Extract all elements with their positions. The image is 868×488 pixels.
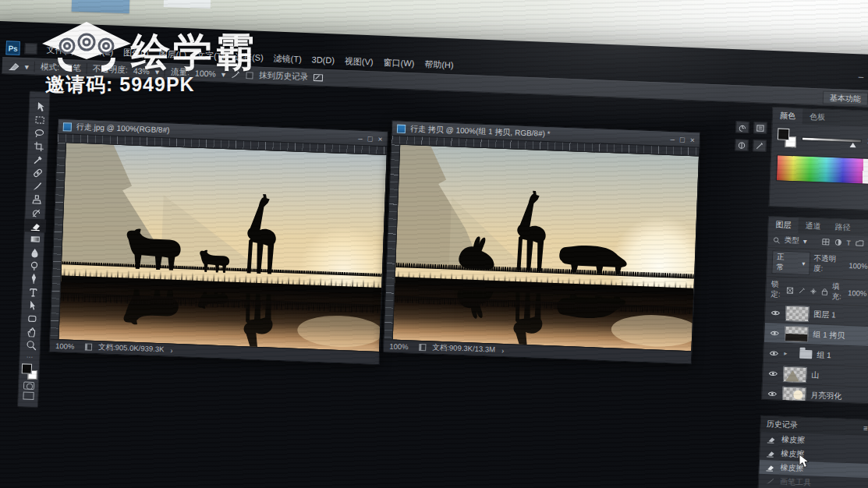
doc2-status-chevron-icon[interactable]: › [501, 346, 505, 355]
layer-name[interactable]: 组 1 拷贝 [813, 329, 845, 341]
layer-thumbnail[interactable] [785, 325, 809, 341]
tool-gradient-icon[interactable] [24, 232, 46, 246]
screen-mode-icon[interactable] [23, 391, 34, 400]
document-window-1: 行走.jpg @ 100%(RGB/8#) – □ × [49, 118, 388, 365]
doc1-minimize-icon[interactable]: – [358, 133, 363, 142]
tool-lasso-icon[interactable] [28, 126, 50, 140]
tool-clone-stamp-icon[interactable] [26, 192, 48, 206]
doc1-save-status-icon [85, 343, 92, 350]
doc1-close-icon[interactable]: × [377, 134, 382, 143]
history-step-label: 橡皮擦 [781, 434, 806, 446]
brush-panel-icon[interactable] [314, 72, 324, 82]
watermark-brand: 绘学霸 [131, 27, 257, 79]
layer-name[interactable]: 组 1 [817, 349, 831, 361]
history-step-label: 画笔工具 [780, 476, 812, 488]
visibility-eye-icon[interactable] [769, 330, 780, 337]
layer-name[interactable]: 图层 1 [813, 309, 836, 320]
visibility-eye-icon[interactable] [767, 391, 778, 398]
doc1-canvas[interactable] [58, 143, 386, 352]
layer-filter-dropdown-icon[interactable]: ▾ [803, 237, 807, 246]
blend-mode-select[interactable]: 正常 ▾ [771, 250, 810, 275]
doc2-minimize-icon[interactable]: – [670, 135, 675, 143]
doc2-canvas[interactable] [393, 145, 699, 352]
doc2-close-icon[interactable]: × [690, 136, 695, 144]
collapsed-adjustments-panel-icon[interactable] [735, 139, 749, 151]
tab-paths[interactable]: 路径 [827, 219, 858, 235]
color-panel-swatches[interactable] [778, 128, 797, 147]
visibility-eye-icon[interactable] [770, 309, 781, 316]
toolbar-more-icon[interactable]: … [19, 351, 39, 361]
fill-value[interactable]: 100% [848, 288, 867, 297]
tab-color[interactable]: 颜色 [773, 108, 803, 124]
layer-name[interactable]: 山 [811, 370, 820, 380]
layer-thumbnail[interactable] [783, 366, 807, 382]
layer-filter-type-label[interactable]: 类型 [785, 235, 799, 246]
layers-opacity-label: 不透明度: [813, 253, 845, 275]
doc1-file-size: 文档:905.0K/939.3K [98, 342, 165, 355]
visibility-eye-icon[interactable] [767, 370, 778, 377]
app-minimize-icon[interactable]: – [855, 71, 868, 83]
menu-filter[interactable]: 滤镜(T) [273, 52, 302, 65]
history-panel-menu-icon[interactable]: ≡ [863, 423, 868, 432]
tool-history-brush-icon[interactable] [25, 205, 47, 219]
color-panel: 颜色 色板 100 [769, 107, 868, 211]
layers-opacity-value[interactable]: 100% [849, 260, 868, 270]
layer-name[interactable]: 月亮羽化 [810, 390, 842, 402]
menu-3d[interactable]: 3D(D) [311, 55, 335, 65]
layer-thumbnail[interactable] [782, 386, 806, 402]
doc1-status-chevron-icon[interactable]: › [170, 346, 173, 355]
quick-mask-icon[interactable] [23, 381, 34, 390]
tool-eyedropper-icon[interactable] [27, 152, 49, 166]
menu-window[interactable]: 窗口(W) [383, 56, 414, 69]
doc2-maximize-icon[interactable]: □ [680, 135, 685, 143]
collapsed-styles-panel-icon[interactable] [753, 140, 767, 152]
tool-shape-icon[interactable] [21, 311, 43, 325]
group-expand-icon[interactable]: ▸ [784, 350, 789, 357]
lock-buttons[interactable] [787, 286, 828, 295]
color-spectrum-ramp[interactable] [776, 154, 868, 185]
group-folder-icon [799, 350, 812, 359]
tool-zoom-icon[interactable] [20, 338, 42, 352]
menu-view[interactable]: 视图(V) [345, 55, 374, 67]
color-slider-handle[interactable] [850, 142, 856, 147]
tool-blur-icon[interactable] [23, 245, 45, 259]
foreground-background-swatches[interactable] [21, 363, 37, 380]
wall-sticker-blue [72, 0, 130, 13]
menu-help[interactable]: 帮助(H) [424, 58, 454, 70]
tool-brush-icon[interactable] [27, 179, 48, 193]
tool-marquee-icon[interactable] [29, 112, 51, 126]
tool-path-select-icon[interactable] [22, 298, 44, 312]
doc2-artwork [393, 145, 699, 352]
tool-pen-icon[interactable] [23, 271, 44, 285]
tab-swatches[interactable]: 色板 [802, 109, 833, 126]
tool-dodge-icon[interactable] [23, 258, 45, 272]
tool-hand-icon[interactable] [20, 324, 42, 338]
visibility-eye-icon[interactable] [768, 350, 779, 357]
tool-spot-heal-icon[interactable] [27, 165, 48, 179]
history-panel: 历史记录 ≡ 橡皮擦 橡皮擦 橡皮擦 画笔工具 [757, 416, 868, 488]
workspace-switcher[interactable]: 基本功能 [823, 91, 868, 106]
layers-panel: 图层 通道 路径 类型 ▾ T [761, 216, 868, 404]
layer-list: 图层 1 组 1 拷贝 ▸ 组 1 [762, 302, 868, 403]
doc2-zoom-value[interactable]: 100% [389, 341, 413, 351]
app-bar-button[interactable] [24, 43, 37, 55]
layer-thumbnail[interactable] [785, 305, 810, 321]
doc1-maximize-icon[interactable]: □ [367, 134, 372, 143]
color-slider[interactable] [802, 136, 862, 143]
eraser-tool-icon[interactable] [9, 61, 19, 71]
layer-filter-buttons[interactable]: T [821, 238, 868, 248]
tool-move-icon[interactable] [29, 99, 51, 113]
tool-type-icon[interactable] [22, 285, 44, 299]
options-dropdown-icon[interactable]: ▾ [25, 62, 30, 71]
layer-row[interactable]: 月亮羽化 [762, 384, 868, 404]
collapsed-properties-panel-icon[interactable] [753, 122, 767, 134]
collapsed-history-panel-icon[interactable] [735, 121, 749, 133]
mouse-cursor [799, 454, 810, 469]
tool-crop-icon[interactable] [28, 139, 50, 153]
tab-channels[interactable]: 通道 [798, 217, 828, 234]
erase-history-label[interactable]: 抹到历史记录 [259, 70, 308, 83]
tab-layers[interactable]: 图层 [768, 217, 799, 233]
panel-dock: 颜色 色板 100 图层 通道 路径 [717, 105, 868, 488]
tool-eraser-icon[interactable] [25, 218, 47, 232]
doc1-zoom-value[interactable]: 100% [55, 341, 79, 351]
